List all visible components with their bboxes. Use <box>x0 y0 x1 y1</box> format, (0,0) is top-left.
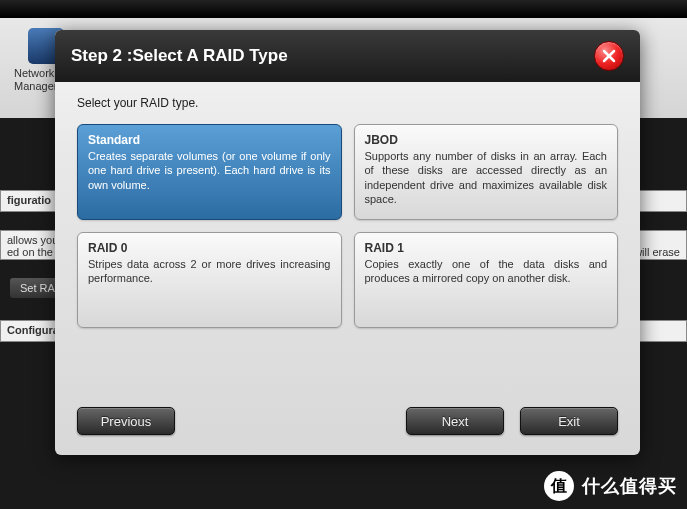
raid-option-jbod[interactable]: JBOD Supports any number of disks in an … <box>354 124 619 220</box>
watermark-badge: 值 <box>544 471 574 501</box>
raid-option-raid0[interactable]: RAID 0 Stripes data across 2 or more dri… <box>77 232 342 328</box>
raid-title: RAID 1 <box>365 241 608 255</box>
raid-desc: Supports any number of disks in an array… <box>365 149 608 206</box>
close-button[interactable] <box>594 41 624 71</box>
dialog-prompt: Select your RAID type. <box>77 96 618 110</box>
dialog-title: Step 2 :Select A RAID Type <box>71 46 288 66</box>
raid-option-standard[interactable]: Standard Creates separate volumes (or on… <box>77 124 342 220</box>
close-icon <box>602 49 616 63</box>
raid-option-raid1[interactable]: RAID 1 Copies exactly one of the data di… <box>354 232 619 328</box>
watermark-text: 什么值得买 <box>582 474 677 498</box>
raid-title: JBOD <box>365 133 608 147</box>
raid-desc: Creates separate volumes (or one volume … <box>88 149 331 192</box>
raid-desc: Stripes data across 2 or more drives inc… <box>88 257 331 286</box>
dialog-header: Step 2 :Select A RAID Type <box>55 30 640 82</box>
raid-title: Standard <box>88 133 331 147</box>
bg-text-line2: ed on the h <box>7 246 62 258</box>
dialog-footer: Previous Next Exit <box>55 393 640 455</box>
raid-title: RAID 0 <box>88 241 331 255</box>
exit-button[interactable]: Exit <box>520 407 618 435</box>
raid-type-dialog: Step 2 :Select A RAID Type Select your R… <box>55 30 640 455</box>
dialog-body: Select your RAID type. Standard Creates … <box>55 82 640 342</box>
next-button[interactable]: Next <box>406 407 504 435</box>
footer-right-group: Next Exit <box>406 407 618 435</box>
raid-options-grid: Standard Creates separate volumes (or on… <box>77 124 618 328</box>
bg-text-right: will erase <box>634 246 680 258</box>
previous-button[interactable]: Previous <box>77 407 175 435</box>
raid-desc: Copies exactly one of the data disks and… <box>365 257 608 286</box>
watermark: 值 什么值得买 <box>544 471 677 501</box>
app-topbar <box>0 0 687 18</box>
